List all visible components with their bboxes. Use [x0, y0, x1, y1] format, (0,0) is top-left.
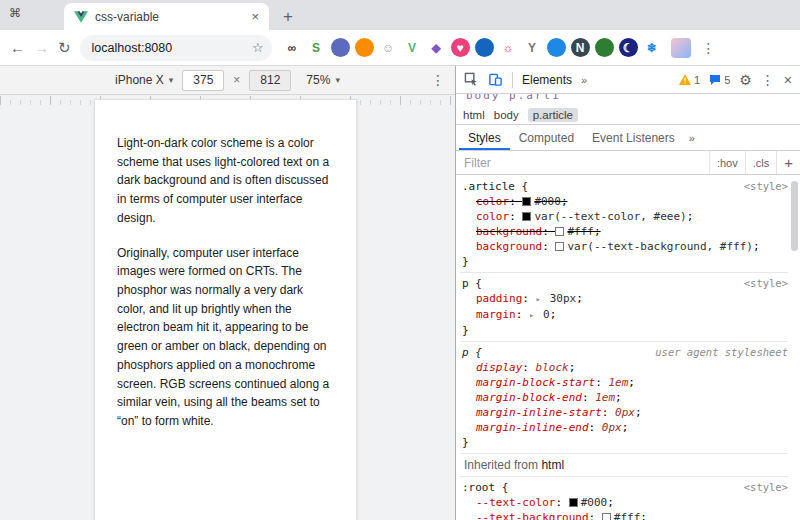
extension-flag-icon[interactable]: [475, 38, 494, 57]
tab-styles[interactable]: Styles: [459, 125, 510, 150]
css-declaration[interactable]: background: var(--text-background, #fff)…: [462, 239, 788, 254]
hover-state-toggle[interactable]: :hov: [709, 151, 745, 174]
css-declaration[interactable]: --text-color: #000;: [462, 495, 788, 510]
inherited-node-link[interactable]: html: [541, 458, 564, 472]
expand-shorthand-icon[interactable]: ▸: [536, 294, 541, 304]
stylesheet-link[interactable]: user agent stylesheet: [655, 345, 788, 360]
settings-gear-icon[interactable]: ⚙: [739, 73, 752, 87]
more-tabs-icon[interactable]: »: [684, 125, 700, 150]
tab-close-icon[interactable]: ×: [251, 9, 259, 24]
device-toolbar: iPhone X ▾ × 75% ▾ ⋮: [0, 66, 455, 95]
rule-selector[interactable]: .article: [462, 180, 515, 193]
reload-icon[interactable]: ↻: [58, 40, 71, 55]
main-content: iPhone X ▾ × 75% ▾ ⋮ Light-on-dark color…: [0, 66, 800, 520]
back-icon[interactable]: ←: [10, 40, 25, 55]
extension-pink-icon[interactable]: ♥: [451, 38, 470, 57]
extension-snow-icon[interactable]: ❄: [643, 38, 662, 57]
color-swatch[interactable]: [522, 197, 531, 206]
style-rule: .article {<style>color: #000;color: var(…: [460, 176, 788, 273]
toolbar-separator: [512, 72, 513, 88]
extension-s-icon[interactable]: S: [307, 38, 326, 57]
breadcrumb-html[interactable]: html: [463, 109, 485, 121]
css-declaration[interactable]: margin-block-start: 1em;: [462, 375, 788, 390]
stylesheet-link[interactable]: <style>: [744, 179, 788, 194]
extension-navy-moon-icon[interactable]: ☾: [619, 38, 638, 57]
tab-computed[interactable]: Computed: [510, 125, 583, 150]
device-toggle-icon[interactable]: [488, 72, 503, 87]
class-toggle[interactable]: .cls: [745, 151, 777, 174]
rule-selector[interactable]: p: [462, 277, 469, 290]
css-declaration[interactable]: color: #000;: [462, 194, 788, 209]
extension-green-icon[interactable]: [595, 38, 614, 57]
devtools-close-icon[interactable]: ×: [784, 73, 792, 87]
device-viewport: Light-on-dark color scheme is a color sc…: [0, 95, 455, 520]
extension-red-burst-icon[interactable]: ☼: [499, 38, 518, 57]
profile-avatar[interactable]: [671, 38, 691, 58]
zoom-select[interactable]: 75% ▾: [306, 73, 340, 87]
bookmark-star-icon[interactable]: ☆: [252, 40, 264, 55]
css-declaration[interactable]: padding: ▸ 30px;: [462, 291, 788, 307]
rendered-page: Light-on-dark color scheme is a color sc…: [94, 99, 357, 520]
extension-smiley-icon[interactable]: ☺: [379, 38, 398, 57]
devtools-menu-icon[interactable]: ⋮: [761, 73, 775, 87]
vue-favicon-icon: [74, 11, 88, 23]
css-declaration[interactable]: margin-inline-end: 0px;: [462, 420, 788, 435]
extension-violet-icon[interactable]: ◆: [427, 38, 446, 57]
css-declaration[interactable]: margin: ▸ 0;: [462, 307, 788, 323]
extension-purple-icon[interactable]: [331, 38, 350, 57]
rule-selector[interactable]: p: [462, 346, 469, 359]
browser-tab[interactable]: css-variable ×: [64, 3, 269, 30]
tab-title: css-variable: [95, 10, 244, 24]
device-select[interactable]: iPhone X ▾: [115, 73, 173, 87]
viewport-width-input[interactable]: [182, 70, 224, 91]
device-toolbar-menu-icon[interactable]: ⋮: [431, 72, 445, 88]
chevron-down-icon: ▾: [335, 75, 340, 85]
expand-shorthand-icon[interactable]: ▸: [529, 310, 534, 320]
browser-menu-icon[interactable]: ⋮: [702, 40, 716, 56]
extension-vue-icon[interactable]: V: [403, 38, 422, 57]
color-swatch[interactable]: [555, 227, 564, 236]
css-declaration[interactable]: --text-background: #fff;: [462, 510, 788, 520]
extension-blue-icon[interactable]: [547, 38, 566, 57]
tab-elements[interactable]: Elements: [522, 73, 572, 87]
css-declaration[interactable]: color: var(--text-color, #eee);: [462, 209, 788, 224]
color-swatch[interactable]: [602, 513, 611, 520]
dom-tree-clipped-row[interactable]: body p.arti: [456, 94, 800, 106]
style-rule: p {user agent stylesheetdisplay: block;m…: [460, 342, 788, 454]
omnibox[interactable]: localhost:8080 ☆: [80, 35, 272, 61]
breadcrumb-p-article[interactable]: p.article: [528, 108, 578, 122]
warning-badge[interactable]: 1: [679, 74, 700, 86]
extension-icons: ∞S☺V◆♥☼YN☾❄: [283, 38, 662, 57]
inspect-element-icon[interactable]: [464, 72, 479, 87]
color-swatch[interactable]: [522, 212, 531, 221]
css-declaration[interactable]: display: block;: [462, 360, 788, 375]
rule-selector[interactable]: :root: [462, 481, 495, 494]
page-paragraph: Light-on-dark color scheme is a color sc…: [117, 134, 334, 228]
css-declaration[interactable]: background: #fff;: [462, 224, 788, 239]
console-message-badge[interactable]: 5: [709, 74, 730, 86]
forward-icon: →: [34, 40, 49, 55]
filter-input[interactable]: [456, 151, 709, 174]
inherited-from-header: Inherited from html: [460, 454, 788, 477]
scrollbar-thumb[interactable]: [791, 181, 798, 251]
browser-window: ⌘ css-variable × + ← → ↻ localhost:8080 …: [0, 0, 800, 520]
color-swatch[interactable]: [569, 498, 578, 507]
breadcrumb-body[interactable]: body: [494, 109, 519, 121]
new-tab-button[interactable]: +: [283, 8, 293, 25]
breadcrumb: html body p.article: [456, 106, 800, 125]
new-style-rule-button[interactable]: +: [776, 151, 800, 174]
extension-orange-icon[interactable]: [355, 38, 374, 57]
css-declaration[interactable]: margin-inline-start: 0px;: [462, 405, 788, 420]
extension-infinity-icon[interactable]: ∞: [283, 38, 302, 57]
extension-y-icon[interactable]: Y: [523, 38, 542, 57]
tab-event-listeners[interactable]: Event Listeners: [583, 125, 684, 150]
more-panels-icon[interactable]: »: [581, 74, 587, 86]
style-rule: p {<style>padding: ▸ 30px;margin: ▸ 0;}: [460, 273, 788, 342]
stylesheet-link[interactable]: <style>: [744, 480, 788, 495]
extension-dark-n-icon[interactable]: N: [571, 38, 590, 57]
viewport-height-input[interactable]: [249, 70, 291, 91]
stylesheet-link[interactable]: <style>: [744, 276, 788, 291]
url-text[interactable]: localhost:8080: [92, 41, 246, 55]
css-declaration[interactable]: margin-block-end: 1em;: [462, 390, 788, 405]
color-swatch[interactable]: [555, 242, 564, 251]
